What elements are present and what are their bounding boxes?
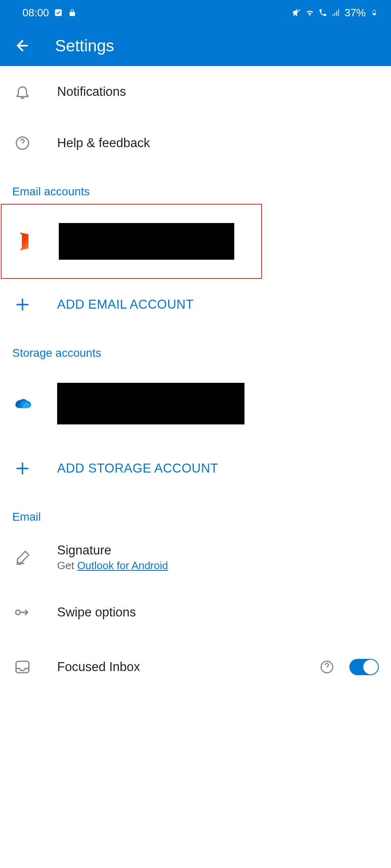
page-title: Settings	[55, 37, 114, 55]
section-storage-accounts: Storage accounts	[0, 330, 391, 364]
signature-sub-prefix: Get	[57, 559, 77, 572]
status-bar: 08:00 37%	[0, 0, 391, 25]
office-icon	[14, 231, 34, 252]
focused-label: Focused Inbox	[57, 660, 295, 674]
help-icon[interactable]	[319, 659, 335, 675]
plus-icon	[12, 458, 33, 479]
section-email-accounts: Email accounts	[0, 169, 391, 203]
call-icon	[318, 8, 327, 17]
add-email-account-row[interactable]: ADD EMAIL ACCOUNT	[0, 279, 391, 330]
help-label: Help & feedback	[57, 136, 379, 150]
status-battery: 37%	[344, 7, 366, 19]
status-time: 08:00	[22, 7, 49, 19]
add-storage-account-row[interactable]: ADD STORAGE ACCOUNT	[0, 443, 391, 494]
svg-point-5	[16, 610, 20, 615]
outlook-android-link[interactable]: Outlook for Android	[77, 559, 168, 572]
help-icon	[12, 133, 33, 153]
focused-inbox-row[interactable]: Focused Inbox	[0, 638, 391, 689]
svg-rect-2	[373, 13, 375, 15]
inbox-icon	[12, 657, 33, 677]
focused-inbox-toggle[interactable]	[349, 659, 379, 675]
signature-label: Signature	[57, 543, 379, 558]
battery-icon	[370, 8, 379, 17]
swipe-icon	[12, 602, 33, 623]
redacted-email	[59, 223, 234, 260]
add-storage-label: ADD STORAGE ACCOUNT	[57, 461, 379, 476]
mute-icon	[292, 8, 301, 17]
app-header: Settings	[0, 25, 391, 66]
status-right: 37%	[292, 7, 379, 19]
notifications-label: Notifications	[57, 84, 379, 99]
back-button[interactable]	[14, 38, 31, 54]
signature-sub: Get Outlook for Android	[57, 559, 379, 572]
wifi-icon	[305, 8, 314, 17]
lock-icon	[68, 8, 77, 17]
signature-icon	[12, 548, 33, 568]
status-left: 08:00	[22, 7, 77, 19]
section-email: Email	[0, 494, 391, 528]
help-feedback-row[interactable]: Help & feedback	[0, 117, 391, 169]
svg-rect-3	[373, 10, 375, 11]
swipe-options-row[interactable]: Swipe options	[0, 587, 391, 638]
add-email-label: ADD EMAIL ACCOUNT	[57, 297, 379, 312]
signature-row[interactable]: Signature Get Outlook for Android	[0, 528, 391, 587]
notifications-row[interactable]: Notifications	[0, 66, 391, 117]
signal-icon	[331, 8, 340, 17]
checkbox-icon	[54, 8, 63, 17]
swipe-label: Swipe options	[57, 605, 379, 620]
email-account-row[interactable]	[2, 205, 261, 278]
bell-icon	[12, 82, 33, 102]
highlight-box	[1, 204, 262, 279]
onedrive-icon	[12, 393, 33, 414]
plus-icon	[12, 294, 33, 315]
redacted-storage	[57, 383, 244, 424]
storage-account-row[interactable]	[0, 364, 391, 443]
